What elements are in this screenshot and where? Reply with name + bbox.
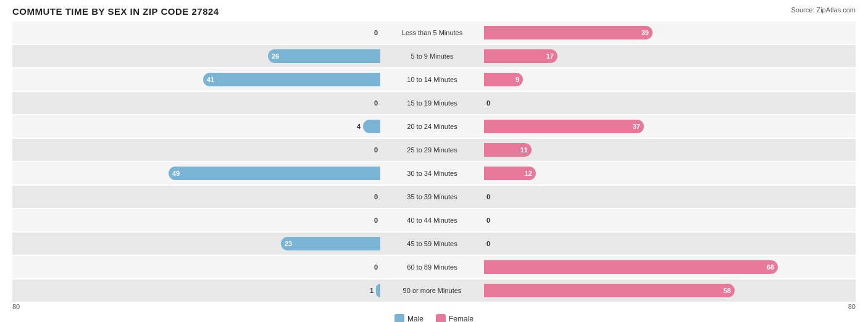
legend-row: Male Female <box>12 314 856 322</box>
right-section: 58 <box>482 279 852 302</box>
bar-male-value-inside: 41 <box>203 76 218 83</box>
bar-male: 41 <box>203 73 380 86</box>
bar-female: 39 <box>484 26 653 39</box>
bar-row: 0Less than 5 Minutes39 <box>12 22 856 44</box>
right-section: 9 <box>482 68 852 91</box>
right-section: 39 <box>482 22 852 44</box>
source-text: Source: ZipAtlas.com <box>791 6 856 14</box>
bar-male-value-zero: 0 <box>374 193 378 200</box>
bar-male <box>376 284 380 297</box>
bar-female-value-inside: 58 <box>724 287 735 294</box>
bar-female-value-inside: 39 <box>641 29 653 36</box>
chart-container: COMMUTE TIME BY SEX IN ZIP CODE 27824 So… <box>0 0 868 322</box>
bar-row: 040 to 44 Minutes0 <box>12 209 856 231</box>
left-section: 0 <box>12 22 383 44</box>
right-section: 0 <box>482 186 852 208</box>
bar-label: 60 to 89 Minutes <box>383 263 482 271</box>
bar-male-value-inside: 23 <box>281 240 296 247</box>
bar-row: 025 to 29 Minutes11 <box>12 139 856 161</box>
bar-male-value-inside: 26 <box>268 52 283 60</box>
bar-male-value-zero: 0 <box>374 29 378 36</box>
bar-label: 15 to 19 Minutes <box>383 99 482 107</box>
bar-female: 9 <box>484 73 523 86</box>
bar-row: 015 to 19 Minutes0 <box>12 92 856 114</box>
chart-area: 0Less than 5 Minutes39265 to 9 Minutes17… <box>12 22 856 302</box>
legend-male: Male <box>394 314 424 322</box>
bar-label: 30 to 34 Minutes <box>383 170 482 177</box>
bar-row: 265 to 9 Minutes17 <box>12 45 856 67</box>
left-section: 0 <box>12 256 383 278</box>
right-section: 0 <box>482 233 852 255</box>
bar-female-value-inside: 17 <box>546 52 557 60</box>
left-section: 4 <box>12 115 383 138</box>
left-section: 0 <box>12 186 383 208</box>
left-section: 0 <box>12 209 383 231</box>
bar-label: 5 to 9 Minutes <box>383 52 482 60</box>
bar-female-value-inside: 9 <box>515 76 523 83</box>
bar-female: 12 <box>484 167 536 180</box>
female-label: Female <box>449 315 474 322</box>
left-section: 0 <box>12 139 383 161</box>
right-section: 17 <box>482 45 852 67</box>
bar-male-value-outside: 4 <box>357 123 361 130</box>
bar-female-value-zero: 0 <box>486 240 490 247</box>
right-section: 0 <box>482 209 852 231</box>
right-section: 0 <box>482 92 852 114</box>
bar-female-value-inside: 37 <box>633 123 644 130</box>
bar-female-value-zero: 0 <box>486 99 490 107</box>
male-swatch <box>394 314 404 322</box>
bar-male-value-zero: 0 <box>374 217 378 224</box>
bar-row: 4930 to 34 Minutes12 <box>12 162 856 184</box>
bar-female-value-zero: 0 <box>486 193 490 200</box>
female-swatch <box>436 314 446 322</box>
bar-male: 26 <box>268 49 380 63</box>
legend-female: Female <box>436 314 474 322</box>
bar-female-value-inside: 12 <box>525 170 536 177</box>
left-section: 49 <box>12 162 383 184</box>
bar-row: 4110 to 14 Minutes9 <box>12 68 856 91</box>
bar-row: 2345 to 59 Minutes0 <box>12 233 856 255</box>
bar-male-value-zero: 0 <box>374 146 378 154</box>
left-section: 41 <box>12 68 383 91</box>
bottom-labels: 80 80 <box>12 303 856 310</box>
bar-female-value-inside: 68 <box>767 263 778 271</box>
bar-label: 10 to 14 Minutes <box>383 76 482 83</box>
bar-male-value-zero: 0 <box>374 263 378 271</box>
male-label: Male <box>407 315 424 322</box>
bar-label: 20 to 24 Minutes <box>383 123 482 130</box>
bar-female: 68 <box>484 260 778 274</box>
bar-label: 45 to 59 Minutes <box>383 240 482 247</box>
bar-female: 17 <box>484 49 557 63</box>
left-section: 26 <box>12 45 383 67</box>
bar-row: 060 to 89 Minutes68 <box>12 256 856 278</box>
right-section: 12 <box>482 162 852 184</box>
bar-label: 25 to 29 Minutes <box>383 146 482 154</box>
bar-label: 40 to 44 Minutes <box>383 217 482 224</box>
bar-female-value-inside: 11 <box>520 146 532 154</box>
bar-row: 035 to 39 Minutes0 <box>12 186 856 208</box>
bar-male <box>363 120 380 133</box>
bar-label: Less than 5 Minutes <box>383 29 482 36</box>
bar-row: 190 or more Minutes58 <box>12 279 856 302</box>
right-section: 37 <box>482 115 852 138</box>
bottom-left-label: 80 <box>12 303 20 310</box>
bar-male-value-inside: 49 <box>169 170 183 177</box>
bar-female: 37 <box>484 120 644 133</box>
left-section: 23 <box>12 233 383 255</box>
title-row: COMMUTE TIME BY SEX IN ZIP CODE 27824 So… <box>12 6 856 17</box>
bar-label: 35 to 39 Minutes <box>383 193 482 200</box>
bar-male: 49 <box>169 167 380 180</box>
chart-title: COMMUTE TIME BY SEX IN ZIP CODE 27824 <box>12 6 219 17</box>
bar-row: 420 to 24 Minutes37 <box>12 115 856 138</box>
bar-male-value-outside: 1 <box>370 287 373 294</box>
bar-male-value-zero: 0 <box>374 99 378 107</box>
right-section: 68 <box>482 256 852 278</box>
left-section: 0 <box>12 92 383 114</box>
right-section: 11 <box>482 139 852 161</box>
bar-female-value-zero: 0 <box>486 217 490 224</box>
bar-label: 90 or more Minutes <box>383 287 482 294</box>
bar-female: 58 <box>484 284 735 297</box>
left-section: 1 <box>12 279 383 302</box>
bar-female: 11 <box>484 143 532 157</box>
bottom-right-label: 80 <box>848 303 856 310</box>
